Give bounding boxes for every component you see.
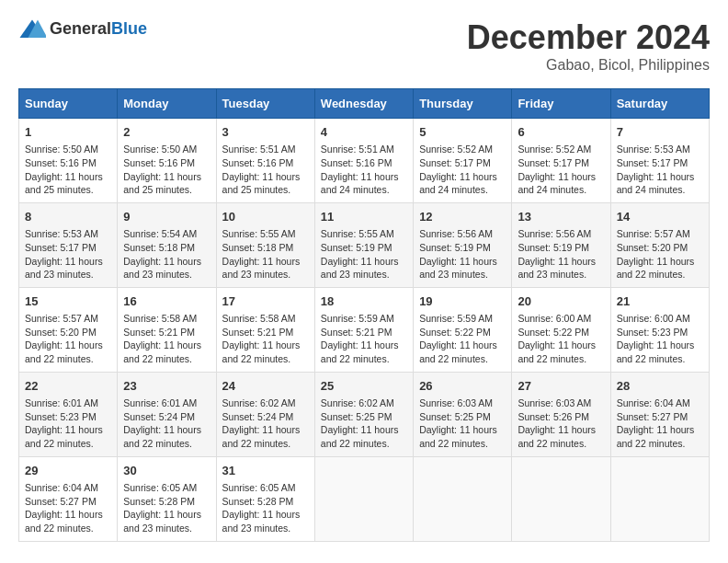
table-row: 25Sunrise: 6:02 AMSunset: 5:25 PMDayligh… (314, 372, 413, 456)
daylight-text: Daylight: 11 hoursand 23 minutes. (123, 509, 201, 534)
day-number: 1 (25, 124, 111, 141)
calendar-body: 1Sunrise: 5:50 AMSunset: 5:16 PMDaylight… (19, 119, 710, 542)
sunrise-text: Sunrise: 6:03 AM (419, 397, 493, 408)
sunset-text: Sunset: 5:25 PM (419, 411, 491, 422)
daylight-text: Daylight: 11 hoursand 22 minutes. (25, 424, 103, 449)
table-row (610, 456, 709, 541)
sunrise-text: Sunrise: 6:02 AM (321, 397, 394, 408)
sunset-text: Sunset: 5:27 PM (617, 411, 688, 422)
sunrise-text: Sunrise: 5:56 AM (518, 228, 591, 239)
daylight-text: Daylight: 11 hoursand 23 minutes. (419, 256, 497, 281)
table-row: 18Sunrise: 5:59 AMSunset: 5:21 PMDayligh… (314, 287, 413, 372)
daylight-text: Daylight: 11 hoursand 25 minutes. (222, 171, 301, 196)
daylight-text: Daylight: 11 hoursand 22 minutes. (419, 424, 497, 449)
calendar-subtitle: Gabao, Bicol, Philippines (467, 57, 710, 74)
table-row: 15Sunrise: 5:57 AMSunset: 5:20 PMDayligh… (19, 287, 118, 372)
header-thursday: Thursday (414, 89, 512, 119)
day-number: 12 (419, 209, 506, 225)
table-row: 9Sunrise: 5:54 AMSunset: 5:18 PMDaylight… (118, 202, 216, 287)
daylight-text: Daylight: 11 hoursand 25 minutes. (25, 171, 103, 196)
sunrise-text: Sunrise: 6:01 AM (123, 397, 197, 408)
table-row: 6Sunrise: 5:52 AMSunset: 5:17 PMDaylight… (512, 119, 610, 203)
sunset-text: Sunset: 5:17 PM (518, 157, 589, 168)
sunset-text: Sunset: 5:16 PM (321, 157, 392, 168)
sunrise-text: Sunrise: 6:02 AM (222, 397, 296, 408)
calendar-title: December 2024 (467, 18, 710, 57)
day-number: 10 (222, 209, 309, 225)
sunrise-text: Sunrise: 6:03 AM (518, 397, 591, 408)
table-row: 21Sunrise: 6:00 AMSunset: 5:23 PMDayligh… (610, 287, 709, 372)
day-number: 3 (222, 124, 309, 141)
day-number: 22 (25, 378, 111, 395)
day-number: 18 (321, 293, 407, 310)
table-row: 27Sunrise: 6:03 AMSunset: 5:26 PMDayligh… (512, 372, 610, 456)
sunrise-text: Sunrise: 5:55 AM (222, 228, 296, 239)
day-number: 31 (222, 463, 309, 479)
sunrise-text: Sunrise: 5:51 AM (321, 144, 394, 155)
sunrise-text: Sunrise: 5:57 AM (25, 313, 98, 324)
table-row: 1Sunrise: 5:50 AMSunset: 5:16 PMDaylight… (19, 119, 118, 203)
daylight-text: Daylight: 11 hoursand 23 minutes. (321, 256, 399, 281)
sunrise-text: Sunrise: 5:56 AM (419, 228, 493, 239)
sunrise-text: Sunrise: 6:01 AM (25, 397, 98, 408)
header-friday: Friday (512, 89, 610, 119)
sunset-text: Sunset: 5:26 PM (518, 411, 589, 422)
header-monday: Monday (118, 89, 216, 119)
sunrise-text: Sunrise: 5:53 AM (25, 228, 98, 239)
table-row: 13Sunrise: 5:56 AMSunset: 5:19 PMDayligh… (512, 202, 610, 287)
table-row: 5Sunrise: 5:52 AMSunset: 5:17 PMDaylight… (414, 119, 512, 203)
sunset-text: Sunset: 5:19 PM (518, 242, 589, 253)
daylight-text: Daylight: 11 hoursand 23 minutes. (222, 256, 301, 281)
sunrise-text: Sunrise: 5:55 AM (321, 228, 394, 239)
sunrise-text: Sunrise: 6:04 AM (617, 397, 690, 408)
table-row: 28Sunrise: 6:04 AMSunset: 5:27 PMDayligh… (610, 372, 709, 456)
sunset-text: Sunset: 5:21 PM (123, 327, 195, 338)
table-row: 24Sunrise: 6:02 AMSunset: 5:24 PMDayligh… (216, 372, 314, 456)
table-row: 10Sunrise: 5:55 AMSunset: 5:18 PMDayligh… (216, 202, 314, 287)
table-row: 16Sunrise: 5:58 AMSunset: 5:21 PMDayligh… (118, 287, 216, 372)
daylight-text: Daylight: 11 hoursand 22 minutes. (518, 424, 596, 449)
sunset-text: Sunset: 5:19 PM (321, 242, 392, 253)
calendar-table: Sunday Monday Tuesday Wednesday Thursday… (18, 88, 710, 542)
day-number: 16 (123, 293, 210, 310)
sunset-text: Sunset: 5:20 PM (25, 327, 97, 338)
sunset-text: Sunset: 5:20 PM (617, 242, 688, 253)
day-number: 5 (419, 124, 506, 141)
daylight-text: Daylight: 11 hoursand 22 minutes. (321, 424, 399, 449)
sunset-text: Sunset: 5:16 PM (25, 157, 97, 168)
calendar-header: Sunday Monday Tuesday Wednesday Thursday… (19, 89, 710, 119)
sunrise-text: Sunrise: 5:51 AM (222, 144, 296, 155)
table-row: 3Sunrise: 5:51 AMSunset: 5:16 PMDaylight… (216, 119, 314, 203)
daylight-text: Daylight: 11 hoursand 23 minutes. (222, 509, 301, 534)
table-row: 11Sunrise: 5:55 AMSunset: 5:19 PMDayligh… (314, 202, 413, 287)
daylight-text: Daylight: 11 hoursand 22 minutes. (222, 424, 301, 449)
daylight-text: Daylight: 11 hoursand 24 minutes. (419, 171, 497, 196)
daylight-text: Daylight: 11 hoursand 24 minutes. (518, 171, 596, 196)
day-number: 25 (321, 378, 407, 395)
daylight-text: Daylight: 11 hoursand 23 minutes. (123, 256, 201, 281)
logo-icon (18, 18, 46, 40)
sunrise-text: Sunrise: 6:00 AM (617, 313, 690, 324)
header-wednesday: Wednesday (314, 89, 413, 119)
header-sunday: Sunday (19, 89, 118, 119)
table-row: 22Sunrise: 6:01 AMSunset: 5:23 PMDayligh… (19, 372, 118, 456)
daylight-text: Daylight: 11 hoursand 22 minutes. (617, 256, 695, 281)
day-number: 7 (617, 124, 703, 141)
day-number: 9 (123, 209, 210, 225)
sunset-text: Sunset: 5:18 PM (123, 242, 195, 253)
daylight-text: Daylight: 11 hoursand 24 minutes. (321, 171, 399, 196)
daylight-text: Daylight: 11 hoursand 22 minutes. (123, 424, 201, 449)
sunset-text: Sunset: 5:17 PM (25, 242, 97, 253)
sunset-text: Sunset: 5:16 PM (222, 157, 294, 168)
table-row: 31Sunrise: 6:05 AMSunset: 5:28 PMDayligh… (216, 456, 314, 541)
sunset-text: Sunset: 5:23 PM (617, 327, 688, 338)
daylight-text: Daylight: 11 hoursand 22 minutes. (25, 509, 103, 534)
day-number: 21 (617, 293, 703, 310)
day-number: 14 (617, 209, 703, 225)
logo: GeneralBlue (18, 18, 147, 40)
sunset-text: Sunset: 5:22 PM (518, 327, 589, 338)
daylight-text: Daylight: 11 hoursand 22 minutes. (222, 339, 301, 364)
daylight-text: Daylight: 11 hoursand 23 minutes. (25, 256, 103, 281)
sunset-text: Sunset: 5:21 PM (321, 327, 392, 338)
sunrise-text: Sunrise: 5:58 AM (222, 313, 296, 324)
